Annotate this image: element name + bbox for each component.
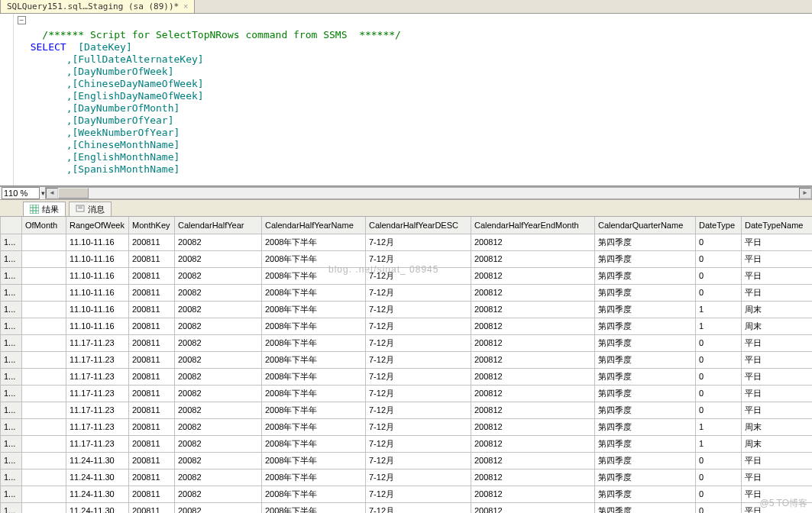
cell[interactable]: 200811 xyxy=(129,418,175,435)
cell[interactable]: 平日 xyxy=(742,334,813,351)
cell[interactable]: 200812 xyxy=(471,502,595,513)
table-row[interactable]: 1...11.17-11.23200811200822008年下半年7-12月2… xyxy=(1,351,813,368)
cell[interactable] xyxy=(22,267,66,284)
row-number-cell[interactable]: 1... xyxy=(1,452,22,469)
scroll-left-icon[interactable]: ◄ xyxy=(46,188,58,198)
cell[interactable]: 200812 xyxy=(471,250,595,267)
cell[interactable]: 2008年下半年 xyxy=(262,502,366,513)
cell[interactable]: 1 xyxy=(696,418,742,435)
cell[interactable]: 20082 xyxy=(175,385,262,402)
table-row[interactable]: 1...11.17-11.23200811200822008年下半年7-12月2… xyxy=(1,385,813,402)
cell[interactable]: 第四季度 xyxy=(595,351,696,368)
col-calendarhalfyeardesc[interactable]: CalendarHalfYearDESC xyxy=(366,217,471,234)
cell[interactable]: 平日 xyxy=(742,469,813,486)
cell[interactable]: 11.10-11.16 xyxy=(66,284,129,301)
cell[interactable]: 20082 xyxy=(175,418,262,435)
cell[interactable]: 0 xyxy=(696,402,742,418)
row-number-cell[interactable]: 1... xyxy=(1,334,22,351)
cell[interactable]: 7-12月 xyxy=(366,502,471,513)
table-row[interactable]: 1...11.10-11.16200811200822008年下半年7-12月2… xyxy=(1,234,813,250)
cell[interactable]: 20082 xyxy=(175,250,262,267)
cell[interactable]: 第四季度 xyxy=(595,267,696,284)
cell[interactable]: 11.10-11.16 xyxy=(66,318,129,334)
cell[interactable]: 11.10-11.16 xyxy=(66,234,129,250)
table-row[interactable]: 1...11.17-11.23200811200822008年下半年7-12月2… xyxy=(1,435,813,452)
cell[interactable]: 20082 xyxy=(175,234,262,250)
zoom-combo[interactable] xyxy=(2,187,40,199)
cell[interactable]: 2008年下半年 xyxy=(262,402,366,418)
col-ofmonth[interactable]: OfMonth xyxy=(22,217,66,234)
cell[interactable]: 第四季度 xyxy=(595,486,696,502)
table-row[interactable]: 1...11.24-11.30200811200822008年下半年7-12月2… xyxy=(1,502,813,513)
sql-editor[interactable]: − /****** Script for SelectTopNRows comm… xyxy=(0,14,812,186)
row-number-cell[interactable]: 1... xyxy=(1,385,22,402)
cell[interactable]: 200812 xyxy=(471,486,595,502)
cell[interactable]: 20082 xyxy=(175,267,262,284)
cell[interactable]: 第四季度 xyxy=(595,452,696,469)
cell[interactable]: 200811 xyxy=(129,234,175,250)
cell[interactable]: 2008年下半年 xyxy=(262,418,366,435)
cell[interactable]: 200811 xyxy=(129,385,175,402)
cell[interactable]: 20082 xyxy=(175,351,262,368)
cell[interactable]: 200811 xyxy=(129,284,175,301)
row-number-cell[interactable]: 1... xyxy=(1,418,22,435)
cell[interactable]: 2008年下半年 xyxy=(262,385,366,402)
cell[interactable] xyxy=(22,469,66,486)
cell[interactable]: 平日 xyxy=(742,250,813,267)
col-datetype[interactable]: DateType xyxy=(696,217,742,234)
scroll-track[interactable] xyxy=(58,188,799,198)
cell[interactable]: 2008年下半年 xyxy=(262,250,366,267)
cell[interactable]: 0 xyxy=(696,250,742,267)
row-number-cell[interactable]: 1... xyxy=(1,502,22,513)
sql-editor-content[interactable]: /****** Script for SelectTopNRows comman… xyxy=(14,14,812,186)
cell[interactable]: 0 xyxy=(696,469,742,486)
cell[interactable]: 200811 xyxy=(129,486,175,502)
table-row[interactable]: 1...11.10-11.16200811200822008年下半年7-12月2… xyxy=(1,318,813,334)
cell[interactable]: 200811 xyxy=(129,368,175,385)
cell[interactable]: 7-12月 xyxy=(366,250,471,267)
col-calendarhalfyearname[interactable]: CalendarHalfYearName xyxy=(262,217,366,234)
cell[interactable]: 7-12月 xyxy=(366,402,471,418)
cell[interactable]: 2008年下半年 xyxy=(262,234,366,250)
cell[interactable]: 平日 xyxy=(742,452,813,469)
document-tab[interactable]: SQLQuery151.sql…Staging (sa (89))* × xyxy=(0,0,195,13)
cell[interactable]: 周末 xyxy=(742,318,813,334)
scroll-thumb[interactable] xyxy=(58,188,89,198)
cell[interactable] xyxy=(22,234,66,250)
cell[interactable]: 11.24-11.30 xyxy=(66,452,129,469)
cell[interactable]: 200811 xyxy=(129,402,175,418)
cell[interactable] xyxy=(22,452,66,469)
cell[interactable]: 第四季度 xyxy=(595,418,696,435)
row-number-cell[interactable]: 1... xyxy=(1,368,22,385)
cell[interactable]: 1 xyxy=(696,318,742,334)
col-calendarhalfyear[interactable]: CalendarHalfYear xyxy=(175,217,262,234)
cell[interactable]: 200811 xyxy=(129,334,175,351)
cell[interactable]: 200812 xyxy=(471,301,595,318)
cell[interactable]: 7-12月 xyxy=(366,284,471,301)
cell[interactable]: 11.24-11.30 xyxy=(66,502,129,513)
cell[interactable]: 0 xyxy=(696,234,742,250)
cell[interactable]: 2008年下半年 xyxy=(262,284,366,301)
cell[interactable]: 2008年下半年 xyxy=(262,318,366,334)
cell[interactable]: 0 xyxy=(696,284,742,301)
cell[interactable]: 第四季度 xyxy=(595,334,696,351)
cell[interactable]: 11.17-11.23 xyxy=(66,368,129,385)
cell[interactable]: 200811 xyxy=(129,250,175,267)
cell[interactable] xyxy=(22,318,66,334)
cell[interactable]: 第四季度 xyxy=(595,318,696,334)
col-datetypename[interactable]: DateTypeName xyxy=(742,217,813,234)
row-number-cell[interactable]: 1... xyxy=(1,435,22,452)
cell[interactable]: 200812 xyxy=(471,284,595,301)
cell[interactable]: 200812 xyxy=(471,318,595,334)
cell[interactable]: 平日 xyxy=(742,267,813,284)
cell[interactable]: 7-12月 xyxy=(366,368,471,385)
cell[interactable]: 200811 xyxy=(129,502,175,513)
cell[interactable] xyxy=(22,418,66,435)
cell[interactable]: 2008年下半年 xyxy=(262,301,366,318)
table-row[interactable]: 1...11.17-11.23200811200822008年下半年7-12月2… xyxy=(1,368,813,385)
table-row[interactable]: 1...11.24-11.30200811200822008年下半年7-12月2… xyxy=(1,452,813,469)
cell[interactable]: 20082 xyxy=(175,368,262,385)
cell[interactable] xyxy=(22,486,66,502)
tab-results[interactable]: 结果 xyxy=(23,202,66,216)
cell[interactable] xyxy=(22,284,66,301)
